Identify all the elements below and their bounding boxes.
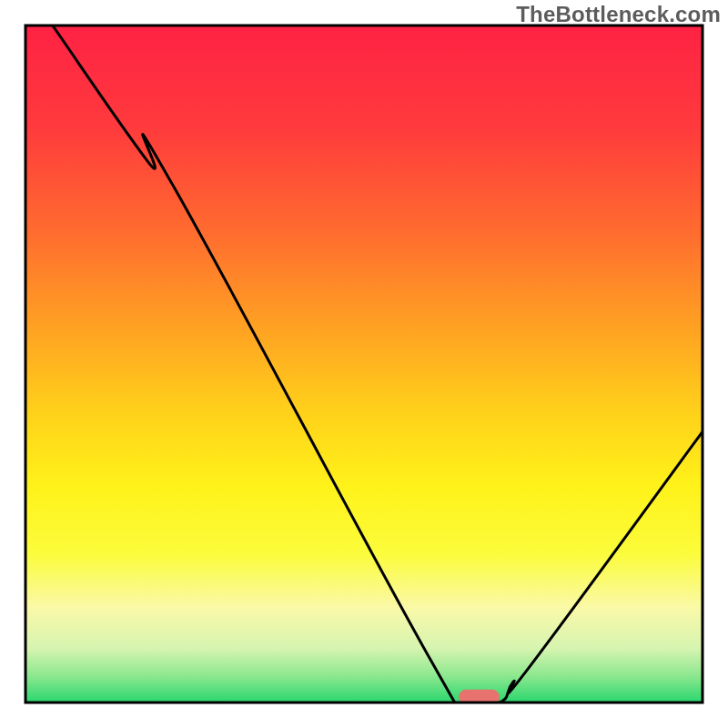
gradient-background — [25, 25, 703, 703]
watermark-label: TheBottleneck.com — [516, 2, 721, 27]
chart-canvas — [0, 0, 728, 728]
bottleneck-chart: TheBottleneck.com — [0, 0, 728, 728]
